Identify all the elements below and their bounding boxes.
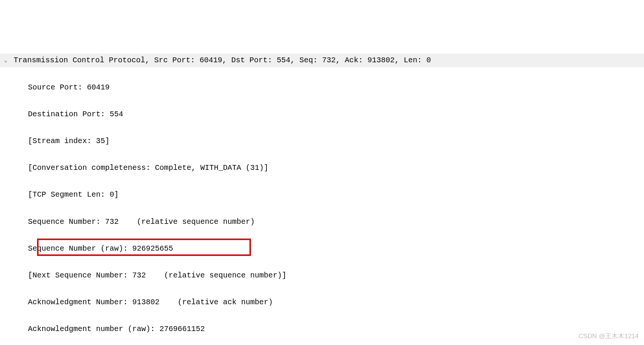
field-tcp-seg-len[interactable]: [TCP Segment Len: 0] bbox=[0, 188, 644, 202]
field-ack-num[interactable]: Acknowledgment Number: 913802 (relative … bbox=[0, 296, 644, 309]
field-dest-port[interactable]: Destination Port: 554 bbox=[0, 108, 644, 121]
tcp-header-text: Transmission Control Protocol, Src Port:… bbox=[14, 56, 431, 65]
field-conv-completeness[interactable]: [Conversation completeness: Complete, WI… bbox=[0, 161, 644, 175]
field-seq-num-raw[interactable]: Sequence Number (raw): 926925655 bbox=[0, 242, 644, 256]
field-ack-num-raw[interactable]: Acknowledgment number (raw): 2769661152 bbox=[0, 322, 644, 336]
field-source-port[interactable]: Source Port: 60419 bbox=[0, 81, 644, 94]
chevron-down-icon[interactable]: ⌄ bbox=[2, 56, 9, 65]
field-next-seq[interactable]: [Next Sequence Number: 732 (relative seq… bbox=[0, 269, 644, 282]
watermark: CSDN @王木木1214 bbox=[579, 331, 639, 342]
tcp-header-row[interactable]: ⌄ Transmission Control Protocol, Src Por… bbox=[0, 54, 644, 67]
field-seq-num[interactable]: Sequence Number: 732 (relative sequence … bbox=[0, 215, 644, 229]
field-stream-index[interactable]: [Stream index: 35] bbox=[0, 134, 644, 148]
